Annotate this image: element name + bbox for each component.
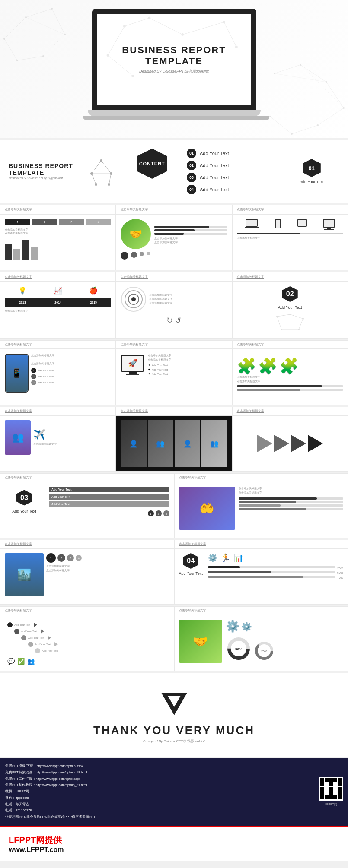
- content-item-1: 01 Add Your Text: [187, 149, 277, 158]
- svg-line-9: [4, 39, 17, 60]
- donut-chart-2: 25%: [253, 640, 275, 662]
- buildings-desc: 点击添加关标题文字点击添加关标题文字: [46, 564, 169, 573]
- svg-line-38: [224, 22, 236, 47]
- svg-line-22: [326, 82, 344, 108]
- overview-sub: Designed By ColossePPT绿书屋booklist: [9, 176, 78, 181]
- arrows-row: ↻ ↺: [121, 316, 227, 325]
- svg-line-61: [290, 314, 303, 319]
- puzzle-icon-3: 🧩: [279, 357, 299, 375]
- icon-settings: ⚙️: [208, 553, 217, 563]
- svg-line-12: [26, 17, 65, 35]
- gear-2: ⚙️: [241, 621, 252, 632]
- net-deco-2: [273, 312, 307, 334]
- num-1-text: Add Your Text: [38, 369, 54, 372]
- thankyou-section: THANK YOU VERY MUCH Designed By ColosseP…: [0, 673, 348, 757]
- row-click-labels-1: 点击添加关标题文字 点击添加关标题文字 点击添加关标题文字: [0, 205, 348, 214]
- cell-puzzle: 🧩 🧩 🧩 点击添加关标题文字点击添加关标题文字: [232, 349, 348, 405]
- click-label-4[interactable]: 点击添加关标题文字: [5, 275, 111, 279]
- svg-line-23: [318, 108, 344, 125]
- section02-text: Add Your Text: [278, 305, 302, 310]
- svg-line-25: [270, 117, 292, 134]
- slide-row-3: 📱 点击添加关标题文字 点击添加关标题文字 1Add Your Text 2Ad…: [0, 349, 348, 405]
- content-num-3: 03: [187, 173, 196, 182]
- cell-devices: 点击添加关标题文字: [232, 214, 348, 270]
- click-label-16[interactable]: 点击添加关标题文字: [179, 542, 344, 546]
- cell-dark-images: 👤 👥 👤 👥: [116, 415, 232, 472]
- dark-img-4: 👥: [201, 420, 227, 467]
- section04-badge: 04: [183, 553, 198, 569]
- zz-dot-2: [14, 629, 19, 634]
- circle-photo: 🤝: [121, 219, 151, 249]
- svg-line-20: [275, 65, 300, 73]
- icon-row: ⚙️ 🏃 📊: [208, 553, 343, 563]
- click-label-14[interactable]: 点击添加关标题文字: [179, 475, 344, 480]
- click-label-12[interactable]: 点击添加关标题文字: [237, 409, 343, 413]
- click-label-8[interactable]: 点击添加关标题文字: [121, 342, 227, 347]
- box-4: 4: [86, 219, 111, 225]
- icon-bulb: 💡: [18, 286, 27, 295]
- icon-row-2: 💬 ✅ 👥: [5, 658, 169, 665]
- section04-text: Add Your Text: [179, 571, 203, 576]
- concentric-circles: [121, 286, 147, 312]
- device-tablet: [297, 219, 307, 230]
- slide-row-7: Add Your Text Add Your Text Add Your Tex…: [0, 615, 348, 671]
- monitor-graphic: 🚀: [121, 355, 144, 375]
- year-1: 2013: [19, 301, 26, 304]
- click-label-9[interactable]: 点击添加关标题文字: [237, 342, 343, 347]
- thankyou-sub: Designed By ColossePPT绿书屋booklist: [9, 739, 339, 744]
- timeline-desc: 点击添加关标题文字: [5, 309, 111, 313]
- rocket-item-3: Add Your Text: [152, 373, 168, 375]
- content-text-4: Add Your Text: [200, 187, 229, 192]
- right-text: Add Your Text: [300, 180, 323, 184]
- box-2: 2: [32, 219, 57, 225]
- cell-zigzag: Add Your Text Add Your Text Add Your Tex…: [0, 615, 174, 671]
- click-label-15[interactable]: 点击添加关标题文字: [5, 542, 169, 546]
- icon-chart2: 📊: [234, 553, 243, 563]
- content-num-2: 02: [187, 161, 196, 170]
- click-label-11[interactable]: 点击添加关标题文字: [121, 409, 227, 413]
- box-1: 1: [5, 219, 30, 225]
- click-label-13[interactable]: 点击添加关标题文字: [5, 475, 169, 480]
- zz-dot-1: [7, 622, 13, 627]
- click-label-18[interactable]: 点击添加关标题文字: [179, 608, 344, 613]
- footer-url: www.LFPPT.com: [9, 846, 339, 854]
- click-label-6[interactable]: 点击添加关标题文字: [237, 275, 343, 279]
- gear-row: ⚙️ ⚙️: [226, 620, 344, 633]
- cell-hands-photo: 🤲 点击添加关标题文字点击添加关标题文字: [174, 482, 348, 538]
- info-box: 免费PPT模板 下载：http://www.lfppt.com/pptmb.as…: [0, 758, 348, 826]
- zz-arrow-4: [54, 642, 58, 646]
- zz-arrow-1: [34, 623, 37, 627]
- laptop-graphic: BUSINESS REPORT TEMPLATE Designed By Col…: [83, 9, 265, 130]
- hands-photo: 🤲: [179, 487, 235, 530]
- info-line-7: 电话：每天零点: [5, 802, 314, 808]
- click-label-5[interactable]: 点击添加关标题文字: [121, 275, 227, 279]
- click-label-3[interactable]: 点击添加关标题文字: [237, 207, 343, 212]
- content-overview: BUSINESS REPORT TEMPLATE Designed By Col…: [0, 140, 348, 203]
- click-label-1[interactable]: 点击添加关标题文字: [5, 207, 111, 212]
- content-hex: CONTENT: [137, 149, 167, 179]
- info-line-4: 免费PPT制作教程：http://www.lfppt.com/pptmb_21.…: [5, 782, 314, 788]
- click-label-2[interactable]: 点击添加关标题文字: [121, 207, 227, 212]
- svg-line-6: [26, 9, 52, 17]
- cell-circular-chart: 点击添加关标题文字点击添加关标题文字点击添加关标题文字 ↻ ↺: [116, 282, 232, 339]
- gear-1: ⚙️: [226, 620, 239, 633]
- puzzle-icon-2: 🧩: [258, 357, 278, 375]
- zz-text-3: Add Your Text: [28, 637, 44, 639]
- svg-line-11: [17, 56, 43, 60]
- svg-line-46: [92, 161, 101, 174]
- device-phone: [275, 219, 281, 230]
- hands-desc: 点击添加关标题文字点击添加关标题文字: [239, 487, 344, 495]
- cell-gears: 🤝 ⚙️ ⚙️ 50% 25%: [174, 615, 348, 671]
- click-label-10[interactable]: 点击添加关标题文字: [5, 409, 111, 413]
- click-label-17[interactable]: 点击添加关标题文字: [5, 608, 169, 613]
- content-list: 01 Add Your Text 02 Add Your Text 03 Add…: [187, 149, 277, 194]
- hero-subtitle: Designed By ColossePPT绿书屋booklist: [97, 69, 251, 74]
- svg-line-7: [4, 17, 26, 39]
- circle-num-3: 3: [163, 510, 169, 516]
- svg-line-8: [52, 9, 65, 35]
- hero-section: BUSINESS REPORT TEMPLATE Designed By Col…: [0, 0, 348, 138]
- overview-title: BUSINESS REPORT TEMPLATE: [9, 162, 78, 176]
- device-desc: 点击添加关标题文字: [237, 236, 343, 240]
- click-label-7[interactable]: 点击添加关标题文字: [5, 342, 111, 347]
- row-click-labels-4: 点击添加关标题文字 点击添加关标题文字 点击添加关标题文字: [0, 407, 348, 415]
